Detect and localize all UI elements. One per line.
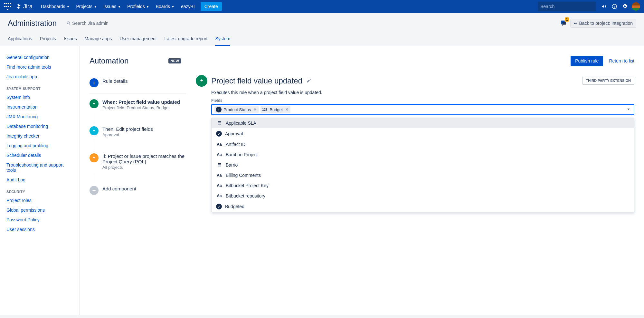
list-icon: ☰ (216, 121, 223, 125)
feedback-icon[interactable]: 1 (560, 19, 567, 27)
chevron-down-icon[interactable] (626, 107, 631, 113)
publish-rule-button[interactable]: Publish rule (571, 56, 603, 66)
dropdown-option-bitbucket-project-key[interactable]: AaBitbucket Project Key (212, 180, 634, 191)
dropdown-option-bitbucket-repository[interactable]: AaBitbucket repository (212, 191, 634, 201)
new-badge: NEW (168, 58, 181, 63)
create-button[interactable]: Create (201, 2, 222, 11)
gear-icon[interactable] (620, 1, 630, 12)
tab-projects[interactable]: Projects (40, 34, 56, 46)
num-icon: 123 (262, 107, 268, 112)
nav-item-eazybi[interactable]: eazyBI (178, 0, 198, 13)
sidebar-item-instrumentation[interactable]: Instrumentation (3, 102, 77, 112)
sidebar-item-audit-log[interactable]: Audit Log (3, 175, 77, 185)
search-input[interactable] (540, 4, 597, 9)
sidebar-item-global-permissions[interactable]: Global permissions (3, 205, 77, 215)
info-icon (90, 78, 99, 87)
svg-point-4 (67, 22, 69, 24)
nav-item-issues[interactable]: Issues▼ (100, 0, 124, 13)
sidebar-heading-security: SECURITY (3, 185, 77, 196)
search-box[interactable] (538, 2, 596, 11)
dropdown-option-approval[interactable]: ✓Approval (212, 128, 634, 139)
megaphone-icon[interactable] (599, 1, 609, 12)
nav-item-profields[interactable]: Profields▼ (124, 0, 152, 13)
dropdown-option-applicable-sla[interactable]: ☰Applicable SLA (212, 118, 634, 128)
search-icon (66, 21, 71, 25)
dropdown-option-artifact-id[interactable]: AaArtifact ID (212, 139, 634, 149)
tab-latest-upgrade-report[interactable]: Latest upgrade report (165, 34, 208, 46)
action-icon (90, 126, 99, 135)
chevron-down-icon: ▼ (171, 5, 175, 8)
chip-budget: 123Budget✕ (260, 106, 290, 113)
user-avatar[interactable] (632, 2, 640, 11)
nav-item-boards[interactable]: Boards▼ (153, 0, 178, 13)
trigger-icon (90, 99, 99, 108)
admin-title: Administration (8, 19, 57, 28)
fields-multiselect[interactable]: ✓Product Status✕123Budget✕ (211, 104, 634, 115)
aa-icon: Aa (216, 142, 223, 147)
add-component-step[interactable]: + Add component (90, 183, 186, 198)
when-step[interactable]: When: Project field value updatedProject… (90, 96, 186, 113)
aa-icon: Aa (216, 173, 223, 178)
svg-text:?: ? (613, 5, 615, 8)
aa-icon: Aa (216, 183, 223, 188)
help-icon[interactable]: ? (609, 1, 620, 12)
nav-item-projects[interactable]: Projects▼ (73, 0, 100, 13)
sidebar-item-system-info[interactable]: System info (3, 92, 77, 102)
dropdown-option-budgeted[interactable]: ✓Budgeted (212, 201, 634, 212)
return-icon: ↩ (574, 21, 578, 26)
tab-applications[interactable]: Applications (8, 34, 32, 46)
sidebar-item-logging-and-profiling[interactable]: Logging and profiling (3, 141, 77, 150)
tab-user-management[interactable]: User management (119, 34, 156, 46)
chevron-down-icon: ▼ (118, 5, 121, 8)
rule-details-step[interactable]: Rule details (90, 75, 186, 93)
content-area: Automation NEW Publish rule Return to li… (80, 46, 644, 315)
aa-icon: Aa (216, 152, 223, 157)
check-icon: ✓ (216, 204, 222, 209)
tab-issues[interactable]: Issues (64, 34, 77, 46)
app-switcher-icon[interactable] (4, 3, 12, 10)
rule-chain: Rule details When: Project field value u… (90, 75, 186, 212)
chip-remove-icon[interactable]: ✕ (253, 107, 257, 112)
sidebar-item-general-configuration[interactable]: General configuration (3, 53, 77, 62)
dropdown-option-billing-comments[interactable]: AaBilling Comments (212, 170, 634, 180)
check-icon: ✓ (216, 107, 222, 112)
sidebar-item-integrity-checker[interactable]: Integrity checker (3, 131, 77, 141)
tab-system[interactable]: System (215, 34, 230, 46)
chip-product-status: ✓Product Status✕ (214, 106, 259, 113)
dropdown-option-bamboo-project[interactable]: AaBamboo Project (212, 149, 634, 160)
detail-title: Project field value updated (211, 76, 302, 85)
dropdown-option-barrio[interactable]: ☰Barrio (212, 160, 634, 170)
top-nav: Jira Dashboards▼Projects▼Issues▼Profield… (0, 0, 644, 13)
fields-dropdown[interactable]: ☰Applicable SLA✓ApprovalAaArtifact IDAaB… (211, 118, 634, 212)
chevron-down-icon: ▼ (67, 5, 70, 8)
page-title: Automation (90, 56, 128, 65)
pencil-icon[interactable] (306, 78, 311, 84)
if-step[interactable]: If: Project or issue project matches the… (90, 150, 186, 173)
sidebar-item-find-more-admin-tools[interactable]: Find more admin tools (3, 62, 77, 72)
sidebar-item-troubleshooting-and-support-tools[interactable]: Troubleshooting and support tools (3, 160, 77, 175)
sidebar-heading-system-support: SYSTEM SUPPORT (3, 82, 77, 92)
chevron-down-icon: ▼ (146, 5, 149, 8)
sidebar-item-jira-mobile-app[interactable]: Jira mobile app (3, 72, 77, 82)
jira-icon (15, 3, 22, 10)
sidebar-item-user-sessions[interactable]: User sessions (3, 225, 77, 234)
sidebar-item-database-monitoring[interactable]: Database monitoring (3, 121, 77, 131)
admin-search[interactable]: Search Jira admin (66, 21, 109, 26)
chip-remove-icon[interactable]: ✕ (285, 107, 289, 112)
third-party-badge: THIRD PARTY EXTENSION (582, 77, 634, 84)
jira-logo[interactable]: Jira (15, 3, 33, 10)
sidebar-item-scheduler-details[interactable]: Scheduler details (3, 150, 77, 160)
return-to-list-link[interactable]: Return to list (609, 58, 634, 63)
check-icon: ✓ (216, 131, 222, 137)
then-step[interactable]: Then: Edit project fieldsApproval (90, 123, 186, 140)
sidebar-item-project-roles[interactable]: Project roles (3, 196, 77, 205)
back-to-project-link[interactable]: ↩ Back to project: Integration (570, 19, 636, 28)
aa-icon: Aa (216, 194, 223, 198)
admin-header: Administration Search Jira admin 1 ↩ Bac… (0, 13, 644, 46)
logo-text: Jira (23, 3, 33, 10)
sidebar-item-jmx-monitoring[interactable]: JMX Monitoring (3, 112, 77, 121)
nav-item-dashboards[interactable]: Dashboards▼ (38, 0, 73, 13)
sidebar-item-password-policy[interactable]: Password Policy (3, 215, 77, 225)
tab-manage-apps[interactable]: Manage apps (85, 34, 112, 46)
fields-label: Fields (211, 98, 634, 103)
